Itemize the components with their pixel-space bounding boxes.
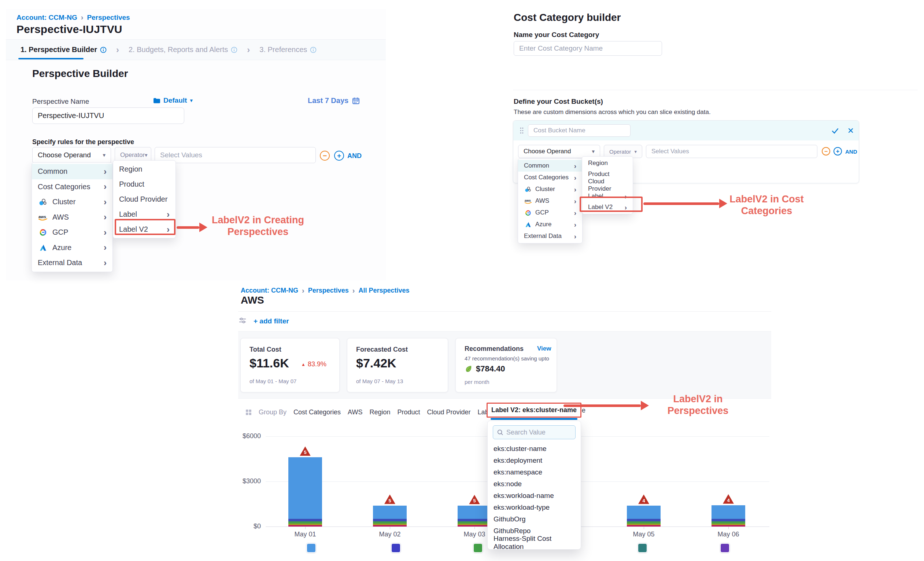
menu-item-label: External Data bbox=[38, 259, 99, 267]
cost-bucket-name-input[interactable] bbox=[528, 124, 630, 137]
remove-rule-button[interactable]: − bbox=[822, 147, 830, 155]
bar-may-03[interactable] bbox=[458, 505, 491, 526]
dropdown-option-eks-cluster-name[interactable]: eks:cluster-name bbox=[488, 443, 581, 455]
bar-segment bbox=[627, 525, 661, 526]
menu-item-azure[interactable]: Azure › bbox=[32, 240, 112, 256]
select-values-input[interactable] bbox=[154, 147, 316, 163]
page-title: Cost Category builder bbox=[514, 12, 621, 24]
tab-preferences[interactable]: 3. Preferences bbox=[260, 45, 316, 54]
menu-item-external-data[interactable]: External Data › bbox=[32, 255, 112, 271]
submenu-item-cloud-provider[interactable]: Cloud Provider bbox=[582, 180, 633, 191]
menu-item-cost-categories[interactable]: Cost Categories › bbox=[518, 171, 582, 183]
menu-item-external-data[interactable]: External Data › bbox=[518, 230, 582, 242]
bar-may-05[interactable] bbox=[627, 505, 661, 526]
add-rule-button[interactable]: + bbox=[834, 147, 842, 155]
aws-icon: aws bbox=[524, 198, 532, 205]
active-tab-underline bbox=[18, 58, 84, 59]
chevron-down-icon: ▾ bbox=[145, 152, 148, 158]
bar-may-01[interactable] bbox=[288, 457, 322, 526]
menu-item-cluster[interactable]: Cluster › bbox=[518, 183, 582, 195]
submenu-item-region[interactable]: Region bbox=[582, 158, 633, 168]
menu-item-label: Common bbox=[38, 167, 99, 176]
breadcrumb-account-link[interactable]: Account: CCM-NG bbox=[16, 14, 77, 22]
folder-selector-button[interactable]: Default ▾ bbox=[153, 96, 193, 104]
chevron-right-icon: › bbox=[81, 13, 84, 22]
drag-handle-icon[interactable] bbox=[518, 127, 525, 134]
breadcrumb-perspectives-link[interactable]: Perspectives bbox=[87, 14, 130, 22]
bar-segment bbox=[458, 519, 491, 521]
select-values-input[interactable] bbox=[646, 145, 818, 158]
dropdown-option-githuborg[interactable]: GithubOrg bbox=[488, 513, 581, 525]
bar-may-02[interactable] bbox=[373, 505, 406, 526]
dropdown-option-eks-deployment[interactable]: eks:deployment bbox=[488, 455, 581, 466]
x-tick-mark bbox=[728, 526, 729, 529]
perspective-view-panel: Account: CCM-NG › Perspectives › All Per… bbox=[238, 284, 771, 561]
annotation-highlight-box-label-v2 bbox=[580, 197, 643, 212]
menu-item-common[interactable]: Common › bbox=[518, 160, 582, 171]
anomaly-badge[interactable]: 4 bbox=[638, 495, 649, 504]
operand-menu: Common › Cost Categories › Cluster › aws… bbox=[518, 158, 582, 244]
chevron-down-icon: ▾ bbox=[190, 97, 193, 104]
bar-segment-primary bbox=[627, 505, 661, 519]
legend-swatch bbox=[473, 543, 483, 553]
submenu-item-cloud-provider[interactable]: Cloud Provider bbox=[113, 192, 176, 207]
operand-select-value: Choose Operand bbox=[524, 148, 592, 155]
dropdown-option-harness-split-cost-allocation[interactable]: Harness-Split Cost Allocation bbox=[488, 537, 581, 549]
anomaly-badge[interactable]: 5 bbox=[469, 495, 480, 504]
and-button[interactable]: AND bbox=[347, 152, 362, 160]
cost-category-name-input[interactable] bbox=[514, 41, 662, 56]
menu-item-label: GCP bbox=[535, 209, 571, 217]
tab-label: 2. Budgets, Reports and Alerts bbox=[129, 45, 228, 54]
menu-item-cluster[interactable]: Cluster › bbox=[32, 194, 112, 210]
date-range-label: Last 7 Days bbox=[308, 96, 348, 105]
legend-swatch bbox=[720, 543, 730, 553]
anomaly-badge[interactable]: 5 bbox=[300, 446, 310, 456]
confirm-bucket-icon[interactable] bbox=[831, 127, 839, 135]
tab-budgets-reports-alerts[interactable]: 2. Budgets, Reports and Alerts bbox=[129, 45, 237, 54]
menu-item-gcp[interactable]: GCP › bbox=[32, 225, 112, 240]
menu-item-cost-categories[interactable]: Cost Categories › bbox=[32, 179, 112, 195]
folder-icon bbox=[153, 98, 160, 104]
chevron-right-icon: › bbox=[574, 209, 576, 217]
legend-swatch bbox=[306, 543, 316, 553]
chevron-down-icon: ▾ bbox=[103, 152, 105, 158]
bar-segment bbox=[373, 523, 406, 525]
submenu-item-product[interactable]: Product bbox=[113, 177, 176, 192]
anomaly-badge[interactable]: 4 bbox=[723, 494, 734, 504]
bar-segment-primary bbox=[711, 505, 745, 519]
chevron-right-icon: › bbox=[104, 198, 106, 206]
y-tick-label: $3000 bbox=[238, 477, 261, 485]
anomaly-badge[interactable]: 5 bbox=[384, 495, 395, 504]
menu-item-gcp[interactable]: GCP › bbox=[518, 207, 582, 218]
and-button[interactable]: AND bbox=[845, 149, 857, 155]
remove-rule-button[interactable]: − bbox=[320, 151, 330, 161]
dropdown-option-eks-workload-type[interactable]: eks:workload-type bbox=[488, 502, 581, 513]
bar-segment bbox=[288, 523, 322, 525]
menu-item-aws[interactable]: aws AWS › bbox=[518, 195, 582, 207]
submenu-item-region[interactable]: Region bbox=[113, 162, 176, 177]
menu-item-label: AWS bbox=[52, 213, 99, 221]
add-rule-button[interactable]: + bbox=[334, 151, 344, 161]
menu-item-azure[interactable]: Azure › bbox=[518, 218, 582, 230]
chevron-right-icon: › bbox=[104, 243, 106, 252]
menu-item-aws[interactable]: aws AWS › bbox=[32, 210, 112, 225]
tab-perspective-builder[interactable]: 1. Perspective Builder bbox=[21, 45, 106, 54]
menu-item-label: GCP bbox=[52, 228, 99, 236]
dropdown-option-eks-node[interactable]: eks:node bbox=[488, 478, 581, 490]
date-range-button[interactable]: Last 7 Days bbox=[308, 96, 360, 105]
menu-item-common[interactable]: Common › bbox=[32, 164, 112, 179]
dropdown-option-eks-workload-name[interactable]: eks:workload-name bbox=[488, 490, 581, 502]
value-dropdown: Search Value eks:cluster-name eks:deploy… bbox=[487, 421, 581, 550]
name-heading: Name your Cost Category bbox=[514, 31, 599, 39]
y-tick-label: $0 bbox=[238, 522, 261, 530]
dropdown-option-eks-namespace[interactable]: eks:namespace bbox=[488, 466, 581, 478]
close-bucket-icon[interactable] bbox=[847, 127, 854, 134]
x-tick-label: May 01 bbox=[283, 531, 327, 538]
bar-segment bbox=[288, 519, 322, 521]
perspective-name-input[interactable] bbox=[32, 107, 184, 124]
anomaly-count: 5 bbox=[304, 450, 306, 456]
operand-select[interactable]: Choose Operand ▾ bbox=[32, 147, 111, 163]
annotation-text-perspectives: LabelV2 in Perspectives bbox=[656, 393, 740, 417]
bar-may-06[interactable] bbox=[711, 505, 745, 526]
search-value-box[interactable]: Search Value bbox=[493, 425, 576, 439]
